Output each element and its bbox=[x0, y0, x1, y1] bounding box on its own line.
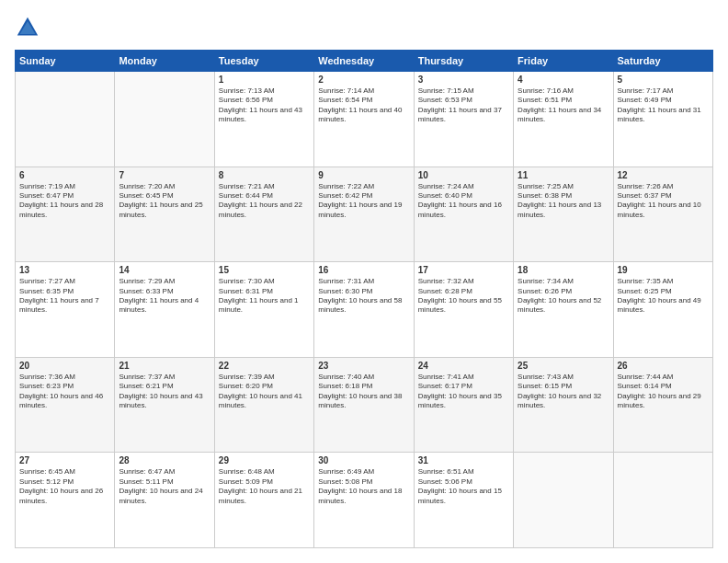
cell-text: Sunset: 6:31 PM bbox=[219, 287, 310, 296]
logo-icon bbox=[15, 15, 40, 40]
cell-text: Sunrise: 7:43 AM bbox=[518, 373, 609, 382]
cell-text: Sunset: 5:09 PM bbox=[219, 477, 310, 487]
day-number: 20 bbox=[19, 361, 110, 371]
calendar-cell: 8Sunrise: 7:21 AMSunset: 6:44 PMDaylight… bbox=[214, 167, 313, 262]
cell-text: Sunset: 6:53 PM bbox=[418, 96, 509, 105]
calendar-cell: 26Sunrise: 7:44 AMSunset: 6:14 PMDayligh… bbox=[613, 357, 712, 453]
cell-text: Daylight: 10 hours and 21 minutes. bbox=[219, 487, 310, 506]
cell-text: Daylight: 11 hours and 19 minutes. bbox=[318, 201, 409, 220]
calendar-cell: 2Sunrise: 7:14 AMSunset: 6:54 PMDaylight… bbox=[314, 72, 414, 167]
calendar-cell: 15Sunrise: 7:30 AMSunset: 6:31 PMDayligh… bbox=[214, 262, 313, 358]
cell-text: Sunrise: 7:25 AM bbox=[518, 182, 609, 191]
calendar-week-row: 27Sunrise: 6:45 AMSunset: 5:12 PMDayligh… bbox=[16, 453, 713, 548]
calendar-cell: 3Sunrise: 7:15 AMSunset: 6:53 PMDaylight… bbox=[414, 72, 513, 167]
calendar-cell bbox=[514, 453, 613, 548]
col-header-thursday: Thursday bbox=[414, 51, 513, 72]
cell-text: Sunset: 6:20 PM bbox=[219, 382, 310, 391]
calendar-cell: 24Sunrise: 7:41 AMSunset: 6:17 PMDayligh… bbox=[414, 357, 513, 453]
day-number: 27 bbox=[19, 455, 110, 465]
calendar-cell: 29Sunrise: 6:48 AMSunset: 5:09 PMDayligh… bbox=[214, 453, 313, 548]
cell-text: Daylight: 10 hours and 46 minutes. bbox=[19, 392, 110, 411]
day-number: 11 bbox=[518, 170, 609, 180]
col-header-friday: Friday bbox=[514, 51, 613, 72]
cell-text: Daylight: 11 hours and 28 minutes. bbox=[19, 201, 110, 220]
cell-text: Daylight: 10 hours and 38 minutes. bbox=[318, 392, 409, 411]
cell-text: Daylight: 10 hours and 32 minutes. bbox=[518, 392, 609, 411]
cell-text: Sunset: 6:14 PM bbox=[618, 382, 709, 391]
calendar-cell: 18Sunrise: 7:34 AMSunset: 6:26 PMDayligh… bbox=[514, 262, 613, 358]
cell-text: Sunset: 6:45 PM bbox=[119, 191, 210, 201]
calendar-cell: 12Sunrise: 7:26 AMSunset: 6:37 PMDayligh… bbox=[613, 167, 712, 262]
calendar-cell: 17Sunrise: 7:32 AMSunset: 6:28 PMDayligh… bbox=[414, 262, 513, 358]
cell-text: Daylight: 11 hours and 1 minute. bbox=[219, 296, 310, 316]
cell-text: Sunset: 6:51 PM bbox=[518, 96, 609, 105]
day-number: 31 bbox=[418, 455, 509, 465]
day-number: 2 bbox=[318, 75, 409, 85]
cell-text: Sunset: 5:06 PM bbox=[418, 477, 509, 487]
cell-text: Sunrise: 7:37 AM bbox=[119, 373, 210, 382]
day-number: 26 bbox=[618, 361, 709, 371]
cell-text: Sunset: 6:37 PM bbox=[618, 191, 709, 201]
cell-text: Sunset: 5:11 PM bbox=[119, 477, 210, 487]
cell-text: Daylight: 11 hours and 40 minutes. bbox=[318, 106, 409, 125]
cell-text: Daylight: 11 hours and 4 minutes. bbox=[119, 296, 210, 316]
calendar-week-row: 13Sunrise: 7:27 AMSunset: 6:35 PMDayligh… bbox=[16, 262, 713, 358]
calendar-cell: 13Sunrise: 7:27 AMSunset: 6:35 PMDayligh… bbox=[16, 262, 115, 358]
cell-text: Sunrise: 7:26 AM bbox=[618, 182, 709, 191]
cell-text: Daylight: 11 hours and 22 minutes. bbox=[219, 201, 310, 220]
calendar-week-row: 20Sunrise: 7:36 AMSunset: 6:23 PMDayligh… bbox=[16, 357, 713, 453]
cell-text: Sunrise: 7:34 AM bbox=[518, 277, 609, 286]
cell-text: Daylight: 11 hours and 31 minutes. bbox=[618, 106, 709, 125]
calendar-cell: 11Sunrise: 7:25 AMSunset: 6:38 PMDayligh… bbox=[514, 167, 613, 262]
cell-text: Sunrise: 7:19 AM bbox=[19, 182, 110, 191]
cell-text: Daylight: 10 hours and 24 minutes. bbox=[119, 487, 210, 506]
cell-text: Daylight: 10 hours and 29 minutes. bbox=[618, 392, 709, 411]
day-number: 16 bbox=[318, 265, 409, 275]
cell-text: Sunrise: 6:45 AM bbox=[19, 467, 110, 477]
cell-text: Sunset: 6:28 PM bbox=[418, 287, 509, 296]
cell-text: Daylight: 10 hours and 49 minutes. bbox=[618, 296, 709, 316]
day-number: 24 bbox=[418, 361, 509, 371]
day-number: 19 bbox=[618, 265, 709, 275]
day-number: 17 bbox=[418, 265, 509, 275]
cell-text: Sunset: 6:25 PM bbox=[618, 287, 709, 296]
cell-text: Sunset: 6:21 PM bbox=[119, 382, 210, 391]
calendar-table: SundayMondayTuesdayWednesdayThursdayFrid… bbox=[15, 50, 713, 548]
day-number: 14 bbox=[119, 265, 210, 275]
cell-text: Sunrise: 6:51 AM bbox=[418, 467, 509, 477]
cell-text: Sunrise: 7:17 AM bbox=[618, 86, 709, 96]
cell-text: Daylight: 10 hours and 58 minutes. bbox=[318, 296, 409, 316]
calendar-cell: 27Sunrise: 6:45 AMSunset: 5:12 PMDayligh… bbox=[16, 453, 115, 548]
col-header-saturday: Saturday bbox=[613, 51, 712, 72]
calendar-cell: 6Sunrise: 7:19 AMSunset: 6:47 PMDaylight… bbox=[16, 167, 115, 262]
cell-text: Daylight: 11 hours and 13 minutes. bbox=[518, 201, 609, 220]
cell-text: Sunrise: 7:31 AM bbox=[318, 277, 409, 286]
day-number: 28 bbox=[119, 455, 210, 465]
cell-text: Daylight: 11 hours and 34 minutes. bbox=[518, 106, 609, 125]
day-number: 12 bbox=[618, 170, 709, 180]
cell-text: Sunrise: 7:21 AM bbox=[219, 182, 310, 191]
calendar-cell: 31Sunrise: 6:51 AMSunset: 5:06 PMDayligh… bbox=[414, 453, 513, 548]
day-number: 9 bbox=[318, 170, 409, 180]
cell-text: Sunset: 6:35 PM bbox=[19, 287, 110, 296]
day-number: 3 bbox=[418, 75, 509, 85]
cell-text: Sunrise: 7:13 AM bbox=[219, 86, 310, 96]
cell-text: Sunset: 6:26 PM bbox=[518, 287, 609, 296]
day-number: 29 bbox=[219, 455, 310, 465]
cell-text: Sunrise: 7:16 AM bbox=[518, 86, 609, 96]
calendar-cell: 28Sunrise: 6:47 AMSunset: 5:11 PMDayligh… bbox=[115, 453, 214, 548]
cell-text: Daylight: 11 hours and 7 minutes. bbox=[19, 296, 110, 316]
calendar-cell: 4Sunrise: 7:16 AMSunset: 6:51 PMDaylight… bbox=[514, 72, 613, 167]
calendar-cell bbox=[613, 453, 712, 548]
col-header-sunday: Sunday bbox=[16, 51, 115, 72]
col-header-tuesday: Tuesday bbox=[214, 51, 313, 72]
day-number: 15 bbox=[219, 265, 310, 275]
calendar-cell: 30Sunrise: 6:49 AMSunset: 5:08 PMDayligh… bbox=[314, 453, 414, 548]
cell-text: Sunset: 5:08 PM bbox=[318, 477, 409, 487]
calendar-cell: 20Sunrise: 7:36 AMSunset: 6:23 PMDayligh… bbox=[16, 357, 115, 453]
calendar-cell: 23Sunrise: 7:40 AMSunset: 6:18 PMDayligh… bbox=[314, 357, 414, 453]
cell-text: Daylight: 10 hours and 43 minutes. bbox=[119, 392, 210, 411]
logo bbox=[15, 15, 44, 40]
cell-text: Sunrise: 7:29 AM bbox=[119, 277, 210, 286]
day-number: 23 bbox=[318, 361, 409, 371]
